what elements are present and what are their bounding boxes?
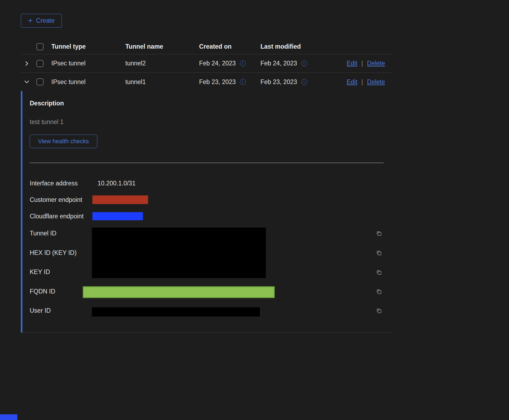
customer-endpoint-label: Customer endpoint (30, 195, 82, 204)
edit-link[interactable]: Edit (347, 78, 357, 86)
ids-redacted-value-block (92, 228, 266, 278)
cloudflare-endpoint-label: Cloudflare endpoint (30, 212, 83, 221)
copy-hex-id-button[interactable] (376, 250, 382, 256)
tunnels-table: Tunnel type Tunnel name Created on Last … (21, 39, 391, 333)
customer-endpoint-redacted-value (92, 195, 148, 204)
table-header-row: Tunnel type Tunnel name Created on Last … (21, 39, 391, 54)
description-text: test tunnel 1 (30, 118, 391, 126)
collapse-row-button[interactable] (24, 79, 30, 85)
interface-address-label: Interface address (30, 179, 78, 188)
interface-address-value: 10.200.1.0/31 (98, 179, 136, 188)
col-header-last-modified: Last modified (260, 43, 391, 50)
tunnel-type-cell: IPsec tunnel (51, 78, 125, 86)
info-icon[interactable] (240, 61, 246, 66)
create-button-label: Create (36, 17, 55, 24)
user-id-redacted-value (92, 307, 260, 316)
action-separator: | (361, 60, 363, 67)
user-id-label: User ID (30, 306, 51, 315)
copy-icon (376, 269, 382, 275)
info-icon[interactable] (301, 79, 307, 85)
description-label: Description (30, 99, 391, 108)
copy-tunnel-id-button[interactable] (376, 230, 382, 236)
create-button[interactable]: Create (21, 14, 62, 28)
row-checkbox[interactable] (36, 78, 43, 85)
row-checkbox[interactable] (36, 60, 43, 67)
tunnel-detail-panel: Description test tunnel 1 View health ch… (21, 91, 391, 333)
copy-icon (376, 308, 382, 314)
col-header-created-on: Created on (199, 43, 260, 50)
edit-link[interactable]: Edit (347, 60, 357, 67)
last-modified-cell: Feb 24, 2023 (260, 60, 297, 67)
info-icon[interactable] (301, 61, 307, 66)
chevron-down-icon (24, 79, 30, 85)
col-header-tunnel-type: Tunnel type (51, 43, 125, 50)
detail-fields: Interface address Customer endpoint Clou… (30, 177, 391, 320)
copy-icon (376, 250, 382, 256)
copy-icon (376, 230, 382, 236)
table-row-tunnel1: IPsec tunnel tunnel1 Feb 23, 2023 Feb 23… (21, 73, 391, 91)
hex-id-label: HEX ID (KEY ID) (30, 248, 76, 257)
fqdn-id-label: FQDN ID (30, 287, 55, 296)
tunnels-page: Create Tunnel type Tunnel name Created o… (0, 0, 391, 333)
copy-icon (376, 288, 382, 295)
bottom-edge-accent-bar (0, 414, 17, 420)
tunnel-id-label: Tunnel ID (30, 229, 56, 238)
tunnel-name-cell: tunnel2 (125, 60, 199, 67)
copy-key-id-button[interactable] (376, 269, 382, 275)
chevron-right-icon (24, 61, 30, 66)
select-all-checkbox[interactable] (36, 43, 43, 50)
last-modified-cell: Feb 23, 2023 (260, 78, 297, 86)
fqdn-id-redacted-value (83, 286, 275, 298)
info-icon[interactable] (240, 79, 246, 85)
col-header-tunnel-name: Tunnel name (125, 43, 199, 50)
tunnel-name-cell: tunnel1 (125, 78, 199, 86)
copy-user-id-button[interactable] (376, 308, 382, 314)
view-health-checks-button[interactable]: View health checks (30, 135, 97, 148)
table-row-tunnel2: IPsec tunnel tunnel2 Feb 24, 2023 Feb 24… (21, 54, 391, 73)
copy-fqdn-id-button[interactable] (376, 288, 382, 295)
section-divider (30, 163, 384, 163)
created-on-cell: Feb 23, 2023 (199, 78, 236, 86)
tunnel-type-cell: IPsec tunnel (51, 60, 125, 67)
delete-link[interactable]: Delete (367, 78, 385, 86)
key-id-label: KEY ID (30, 268, 50, 276)
expand-row-button[interactable] (24, 61, 30, 66)
action-separator: | (361, 78, 363, 86)
plus-icon (28, 17, 32, 24)
cloudflare-endpoint-redacted-value (92, 212, 143, 220)
created-on-cell: Feb 24, 2023 (199, 60, 236, 67)
delete-link[interactable]: Delete (367, 60, 385, 67)
